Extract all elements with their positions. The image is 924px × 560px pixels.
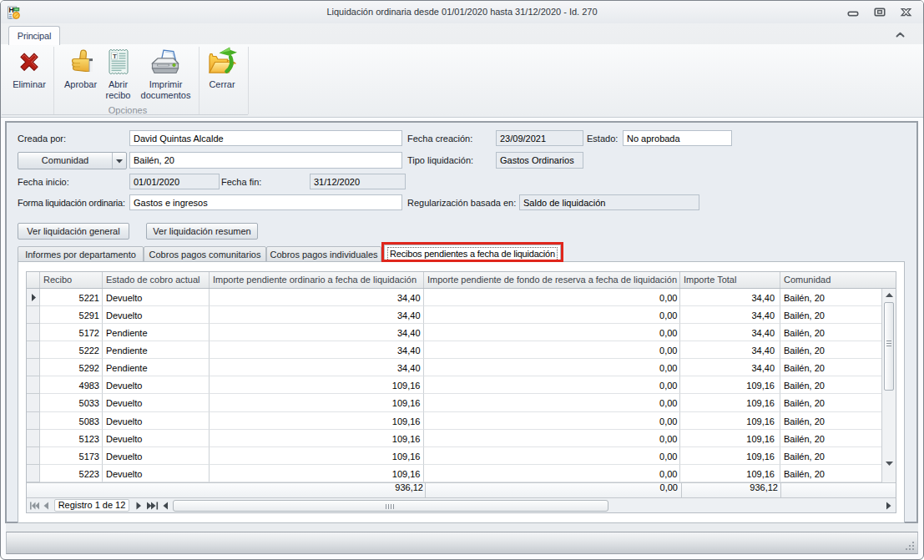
svg-text:T: T [113,53,117,60]
